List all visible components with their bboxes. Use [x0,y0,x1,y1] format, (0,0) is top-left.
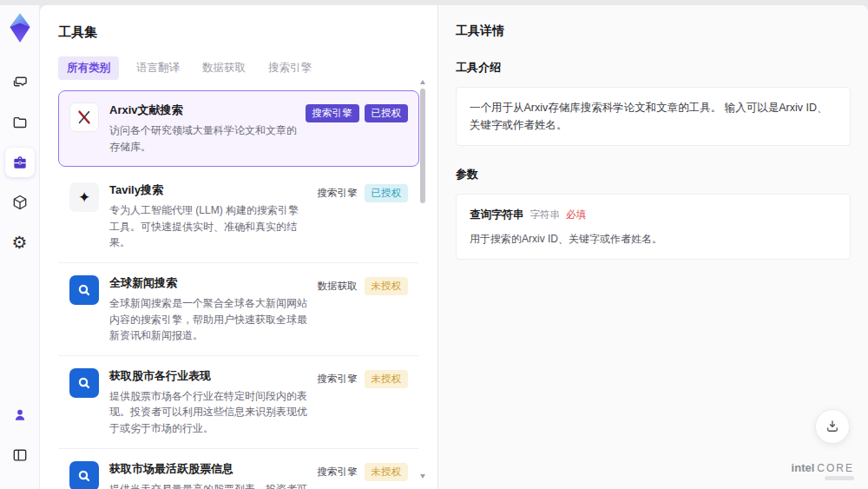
download-button[interactable] [815,409,850,444]
list-scrollbar[interactable] [419,80,426,479]
settings-icon[interactable]: ⚙ [5,228,35,257]
tool-list: Arxiv文献搜索 访问各个研究领域大量科学论文和文章的存储库。 搜索引擎 已授… [58,90,419,489]
auth-status-badge: 已授权 [365,104,409,122]
tool-card[interactable]: ✦ Tavily搜索 专为人工智能代理 (LLM) 构建的搜索引擎工具。可快速提… [58,170,419,263]
intel-badge-bar [825,476,854,480]
blue-search-icon [69,275,99,305]
panel-toggle-icon[interactable] [5,440,35,470]
scrollbar-thumb[interactable] [420,89,425,203]
tool-description: 提供当天交易量最高的股票列表，投资者可以利用这些信息来识别流动性强的股票和潜在的… [109,481,309,489]
auth-status-badge: 未授权 [365,277,409,295]
tavily-icon: ✦ [69,182,99,212]
category-badge: 搜索引擎 [306,104,359,122]
blue-search-icon [69,368,99,398]
tool-description: 提供股票市场各个行业在特定时间段内的表现。投资者可以利用这些信息来识别表现优于或… [109,388,309,437]
tool-description: 访问各个研究领域大量科学论文和文章的存储库。 [109,122,299,155]
tool-card[interactable]: 获取股市各行业表现 提供股票市场各个行业在特定时间段内的表现。投资者可以利用这些… [58,356,419,449]
intro-box: 一个用于从Arxiv存储库搜索科学论文和文章的工具。 输入可以是Arxiv ID… [456,87,851,146]
param-required-flag: 必填 [566,207,586,222]
tool-name: 全球新闻搜索 [109,275,309,291]
scroll-down-arrow-icon[interactable] [420,474,425,479]
folder-icon[interactable] [5,108,35,137]
category-badge: 数据获取 [316,277,359,295]
page-title: 工具集 [58,24,415,41]
tool-name: 获取股市各行业表现 [109,368,309,384]
auth-status-badge: 未授权 [365,463,409,481]
tab-language-translation[interactable]: 语言翻译 [136,61,180,76]
tool-card[interactable]: 获取市场最活跃股票信息 提供当天交易量最高的股票列表，投资者可以利用这些信息来识… [58,449,419,489]
tab-data-fetch[interactable]: 数据获取 [202,61,246,76]
param-box: 查询字符串 字符串 必填 用于搜索的Arxiv ID、关键字或作者姓名。 [456,194,851,260]
left-icon-rail: ⚙ [0,5,40,489]
tool-description: 全球新闻搜索是一个聚合全球各大新闻网站内容的搜索引擎，帮助用户快速获取全球最新资… [109,295,309,344]
param-name: 查询字符串 [470,206,524,223]
toolbox-icon[interactable] [5,148,35,177]
blue-search-icon [69,461,99,489]
tool-name: Tavily搜索 [109,182,309,198]
cube-icon[interactable] [5,188,35,217]
tab-search-engine[interactable]: 搜索引擎 [268,61,312,76]
param-type: 字符串 [530,207,561,222]
category-badge: 搜索引擎 [316,463,359,481]
tab-all-categories[interactable]: 所有类别 [58,56,119,80]
intel-core-logo: intelCORE [792,461,854,480]
auth-status-badge: 未授权 [365,370,409,388]
arxiv-icon [69,102,99,132]
tool-card[interactable]: Arxiv文献搜索 访问各个研究领域大量科学论文和文章的存储库。 搜索引擎 已授… [58,90,419,167]
tool-name: Arxiv文献搜索 [109,102,299,118]
tool-name: 获取市场最活跃股票信息 [109,461,309,477]
category-badge: 搜索引擎 [316,184,359,202]
chat-icon[interactable] [5,68,35,97]
category-tabs: 所有类别 语言翻译 数据获取 搜索引擎 [58,56,415,80]
tool-description: 专为人工智能代理 (LLM) 构建的搜索引擎工具。可快速提供实时、准确和真实的结… [109,202,309,251]
app-window: ⚙ 工具集 所有类别 语言翻译 数据获取 搜索引擎 Arxiv文献 [0,5,868,489]
auth-status-badge: 已授权 [365,184,409,202]
details-title: 工具详情 [456,23,851,39]
param-description: 用于搜索的Arxiv ID、关键字或作者姓名。 [470,231,837,248]
app-logo-icon [6,12,34,43]
tool-card[interactable]: 全球新闻搜索 全球新闻搜索是一个聚合全球各大新闻网站内容的搜索引擎，帮助用户快速… [58,263,419,356]
tool-details-panel: 工具详情 工具介绍 一个用于从Arxiv存储库搜索科学论文和文章的工具。 输入可… [437,5,868,489]
category-badge: 搜索引擎 [316,370,359,388]
tool-collection-panel: 工具集 所有类别 语言翻译 数据获取 搜索引擎 Arxiv文献搜索 访问各个研究… [40,5,437,489]
params-heading: 参数 [456,167,851,182]
intro-heading: 工具介绍 [456,60,851,76]
user-icon[interactable] [5,400,35,430]
scroll-up-arrow-icon[interactable] [420,80,425,84]
